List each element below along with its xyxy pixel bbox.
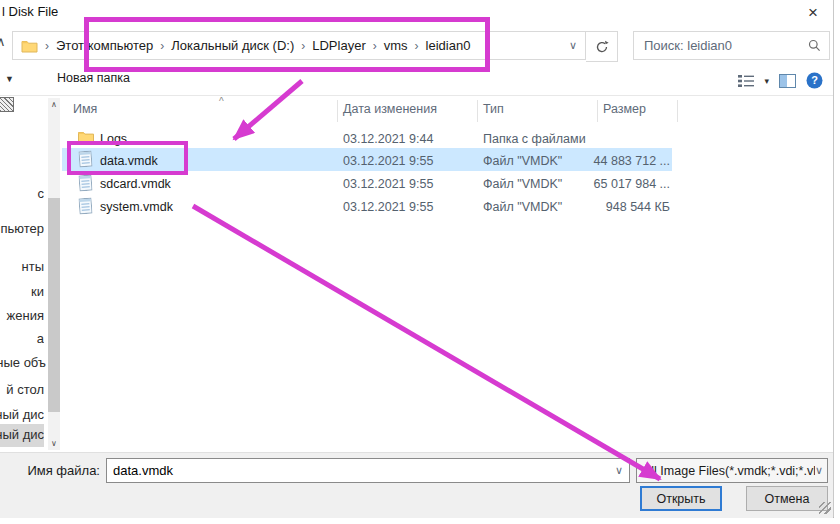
breadcrumb-vms[interactable]: vms: [384, 38, 408, 53]
file-date: 03.12.2021 9:55: [343, 200, 433, 214]
sidebar-item-music[interactable]: а: [0, 331, 44, 349]
file-name[interactable]: system.vmdk: [100, 200, 173, 214]
sidebar-item-icon-fragment: [0, 97, 14, 112]
file-name[interactable]: data.vmdk: [100, 154, 158, 168]
help-icon[interactable]: ?: [806, 72, 823, 89]
refresh-icon: [595, 40, 609, 54]
scrollbar-thumb[interactable]: [48, 198, 60, 412]
folder-icon: [78, 131, 94, 144]
filename-combobox[interactable]: ∨: [106, 458, 630, 483]
file-type: Папка с файлами: [483, 132, 586, 146]
file-date: 03.12.2021 9:44: [343, 132, 433, 146]
address-dropdown-icon[interactable]: ∨: [569, 39, 577, 52]
crumb-separator: ›: [415, 39, 419, 53]
toolbar-divider: [0, 95, 833, 96]
file-type: Файл "VMDK": [483, 154, 562, 168]
file-size: 948 544 КБ: [558, 200, 670, 214]
sidebar-item-documents[interactable]: нты: [0, 259, 44, 277]
new-folder-button[interactable]: Новая папка: [57, 71, 130, 85]
filename-dropdown-icon[interactable]: ∨: [615, 464, 629, 477]
folder-icon: [21, 39, 38, 53]
column-header-type[interactable]: Тип: [483, 102, 504, 116]
svg-text:?: ?: [811, 74, 818, 86]
sidebar-item-3d-objects[interactable]: ные объ: [0, 355, 46, 373]
details-view-icon[interactable]: [738, 74, 754, 88]
search-icon[interactable]: [808, 39, 821, 52]
crumb-separator: ›: [160, 39, 164, 53]
breadcrumb-ldplayer[interactable]: LDPlayer: [312, 38, 365, 53]
close-icon[interactable]: ×: [799, 2, 827, 24]
view-caret-icon[interactable]: ▾: [764, 76, 769, 86]
column-divider[interactable]: [597, 100, 598, 122]
sidebar-item-fragment[interactable]: с: [0, 186, 44, 204]
breadcrumb-this-pc[interactable]: Этот компьютер: [56, 38, 153, 53]
crumb-separator: ›: [45, 39, 49, 53]
column-header-name[interactable]: Имя: [73, 102, 97, 116]
file-type: Файл "VMDK": [483, 177, 562, 191]
sidebar-item-desktop[interactable]: й стол: [0, 382, 44, 400]
sidebar-item-local-disk-d[interactable]: ный дис: [0, 427, 44, 445]
column-divider[interactable]: [477, 100, 478, 122]
vmdk-file-icon: [78, 175, 92, 192]
filetype-dropdown-icon[interactable]: ∨: [815, 464, 823, 477]
filetype-value: All Image Files(*.vmdk;*.vdi;*.vl: [643, 464, 815, 478]
crumb-separator: ›: [373, 39, 377, 53]
organize-menu-caret-icon[interactable]: ▼: [5, 74, 14, 84]
filename-label: Имя файла:: [0, 463, 100, 478]
vmdk-file-icon: [78, 151, 92, 168]
file-type: Файл "VMDK": [483, 200, 562, 214]
search-box[interactable]: [633, 31, 830, 60]
scroll-down-icon[interactable]: ∨: [48, 437, 60, 450]
sidebar-item-local-disk-c[interactable]: ный дис: [0, 407, 44, 425]
column-header-date[interactable]: Дата изменения: [343, 102, 437, 116]
file-date: 03.12.2021 9:55: [343, 154, 433, 168]
filename-input[interactable]: [107, 463, 615, 478]
breadcrumb-disk-d[interactable]: Локальный диск (D:): [171, 38, 294, 53]
column-divider[interactable]: [337, 100, 338, 122]
toolbar-right-group: ▾ ?: [738, 72, 823, 89]
sidebar-item-downloads[interactable]: ки: [0, 284, 44, 302]
column-header-size[interactable]: Размер: [603, 102, 646, 116]
file-size: 65 017 984 ...: [558, 177, 670, 191]
filetype-combobox[interactable]: All Image Files(*.vmdk;*.vdi;*.vl ∨: [636, 458, 828, 483]
file-name[interactable]: sdcard.vmdk: [100, 177, 171, 191]
file-date: 03.12.2021 9:55: [343, 177, 433, 191]
file-size: 44 883 712 ...: [558, 154, 670, 168]
address-bar[interactable]: › Этот компьютер › Локальный диск (D:) ›…: [12, 31, 586, 60]
resize-grip[interactable]: [819, 502, 831, 514]
file-name[interactable]: Logs: [100, 132, 127, 146]
nav-up-icon[interactable]: ∧: [0, 34, 6, 49]
breadcrumb-leidian0[interactable]: leidian0: [426, 38, 471, 53]
sort-ascending-icon[interactable]: ^: [219, 96, 224, 107]
preview-pane-icon[interactable]: [779, 74, 796, 88]
crumb-separator: ›: [301, 39, 305, 53]
file-dialog-window: l Disk File × ∧ › Этот компьютер › Локал…: [0, 0, 834, 518]
window-title: l Disk File: [2, 4, 58, 19]
sidebar-item-pictures[interactable]: жения: [0, 308, 44, 326]
cancel-button[interactable]: Отмена: [746, 486, 828, 511]
vmdk-file-icon: [78, 198, 92, 215]
sidebar-item-this-pc[interactable]: пьютер: [0, 221, 44, 239]
column-divider[interactable]: [677, 100, 678, 122]
refresh-button[interactable]: [586, 31, 618, 62]
open-button[interactable]: Открыть: [640, 486, 722, 511]
search-input[interactable]: [642, 37, 808, 54]
scroll-up-icon[interactable]: ∧: [48, 98, 60, 111]
